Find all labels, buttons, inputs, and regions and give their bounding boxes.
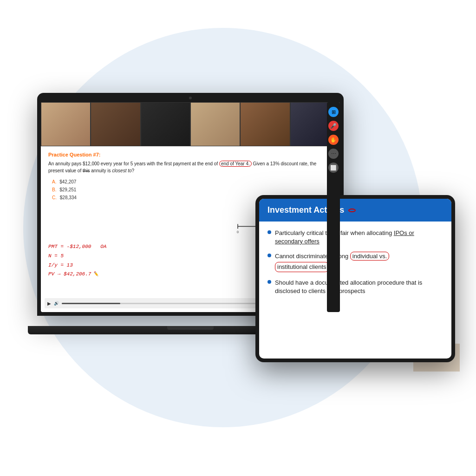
- video-thumb-4: [190, 102, 240, 146]
- tablet-bullet-2: Cannot discriminate among individual vs.…: [267, 252, 443, 272]
- participant-5: [241, 103, 289, 146]
- video-thumb-3: [141, 102, 190, 146]
- tablet-screen: Investment Actions Particularly critical…: [259, 199, 451, 359]
- practice-question-label: Practice Question #7:: [48, 152, 333, 157]
- bullet-text-3: Should have a documented allocation proc…: [275, 279, 443, 295]
- hand-icon[interactable]: ✋: [328, 135, 339, 145]
- handwriting-annotations: PMT = -$12,000 OA N = 5 I/y = 13 PV → $4…: [48, 242, 256, 298]
- answer-a: A. $42,207: [52, 178, 333, 186]
- tablet-bullet-1: Particularly critical to be fair when al…: [267, 229, 443, 246]
- progress-bar[interactable]: [62, 303, 287, 304]
- question-text: An annuity pays $12,000 every year for 5…: [48, 160, 333, 174]
- play-button[interactable]: ▶: [47, 301, 51, 306]
- tablet-device: Investment Actions Particularly critical…: [255, 195, 455, 362]
- mic-icon[interactable]: 🎤: [328, 121, 339, 131]
- bullet-dot-3: [267, 280, 271, 284]
- circle-annotation-2: institutional clients: [275, 262, 329, 272]
- tablet-header: Investment Actions: [259, 199, 451, 222]
- tablet-bullet-3: Should have a documented allocation proc…: [267, 279, 443, 295]
- bullet-dot-2: [267, 254, 271, 257]
- video-thumb-5: [240, 102, 290, 146]
- answer-b: B. $29,251: [52, 186, 333, 194]
- video-thumb-2: [91, 102, 140, 146]
- circle-annotation-1: individual vs.: [350, 252, 389, 261]
- tablet-content: Particularly critical to be fair when al…: [259, 222, 451, 309]
- bullet-dot-1: [267, 230, 271, 234]
- screen-icon[interactable]: ⬜: [328, 163, 339, 173]
- scene-container: ⊞ 🎤 ✋ ⋯ ⬜: [0, 0, 476, 476]
- grid-icon[interactable]: ⊞: [328, 107, 339, 117]
- more-icon[interactable]: ⋯: [328, 149, 339, 159]
- ipo-underline: IPOs or secondary offers: [275, 229, 414, 245]
- svg-text:0: 0: [237, 230, 239, 234]
- video-participants-row: [41, 102, 340, 146]
- sidebar-icons-panel: ⊞ 🎤 ✋ ⋯ ⬜: [327, 102, 340, 312]
- volume-icon[interactable]: 🔊: [54, 301, 59, 306]
- tablet-body: Investment Actions Particularly critical…: [255, 195, 455, 362]
- bullet-text-1: Particularly critical to be fair when al…: [275, 229, 443, 246]
- participant-2: [91, 103, 140, 146]
- progress-fill: [62, 303, 120, 304]
- tablet-title: Investment Actions: [267, 205, 443, 215]
- title-circle-annotation: [348, 209, 356, 212]
- video-thumb-1: [41, 102, 91, 146]
- participant-4: [191, 103, 240, 146]
- laptop-camera: [189, 97, 192, 99]
- laptop-hinge: [167, 326, 214, 330]
- participant-1: [41, 103, 90, 146]
- participant-3: [141, 103, 190, 146]
